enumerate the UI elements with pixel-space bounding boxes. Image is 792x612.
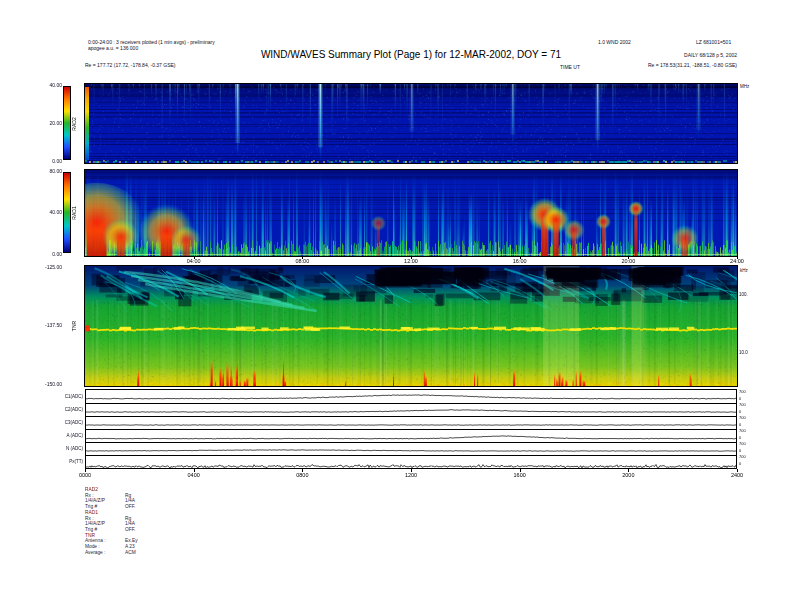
- strip-label: C3(ADC): [38, 420, 83, 425]
- strip-label: N (ADC): [38, 446, 83, 451]
- strip-scale-bottom: 0: [739, 410, 741, 414]
- bottom-axis-tick-label: 2400: [731, 473, 743, 479]
- legend-item-label: Trig #: [85, 527, 125, 532]
- legend-line: Average :ACM: [85, 550, 136, 555]
- strip-trace-canvas: [86, 458, 736, 468]
- legend-item-label: RAD2: [85, 487, 125, 492]
- strip-label: Px(TT): [38, 459, 83, 464]
- strip-row: [86, 390, 736, 403]
- rad2-panel-label: RAD2: [71, 104, 77, 144]
- strip-scale-top: 700: [739, 455, 746, 459]
- strip-row: [86, 442, 736, 455]
- strip-trace-canvas: [86, 392, 736, 403]
- strip-scale-bottom: 0: [739, 423, 741, 427]
- legend-item-label: 1/4/A/Z/P: [85, 521, 125, 526]
- rad1-colorbar-tick: 80.00: [36, 169, 62, 174]
- legend-item-value: Rg: [125, 493, 131, 498]
- rad1-colorbar-tick: 0.00: [36, 252, 62, 257]
- legend-item-label: Antenna :: [85, 538, 125, 543]
- strip-scale-top: 700: [739, 429, 746, 433]
- tnr-colorbar-tick: -125.00: [36, 265, 62, 270]
- legend-item-label: Trig #: [85, 504, 125, 509]
- rad1-spectrogram: [85, 170, 737, 256]
- status-strips-panel: [85, 389, 737, 469]
- legend-item-value: 1/4A: [125, 498, 135, 503]
- strip-scale-bottom: 0: [739, 462, 741, 466]
- mid-axis-tick-label: 04:00: [187, 259, 201, 265]
- bottom-axis-tick-label: 1200: [405, 473, 417, 479]
- rad2-colorbar-tick: 40.00: [36, 83, 62, 88]
- legend-item-value: OFF.: [125, 504, 135, 509]
- strip-label: A (ADC): [38, 433, 83, 438]
- mid-axis-tick-label: 08:00: [295, 259, 309, 265]
- rad2-spectrogram: [85, 84, 737, 163]
- strip-row: [86, 416, 736, 429]
- legend-item-value: Rg: [125, 516, 131, 521]
- legend-line: 1/4/A/Z/P1/4A: [85, 521, 135, 526]
- legend-item-value: Ex,Ey: [125, 538, 138, 543]
- legend-item-label: Average :: [85, 550, 125, 555]
- legend-item-value: A 23: [125, 544, 135, 549]
- page-title: WIND/WAVES Summary Plot (Page 1) for 12-…: [85, 49, 737, 60]
- tnr-unit-label: kHz: [740, 268, 748, 273]
- strip-scale-bottom: 0: [739, 397, 741, 401]
- rad1-colorbar-tick: 40.00: [36, 210, 62, 215]
- bottom-axis-tick-label: 0800: [296, 473, 308, 479]
- legend-item-label: 1/4/A/Z/P: [85, 498, 125, 503]
- legend-line: RAD2: [85, 487, 125, 492]
- sc-position-end: Re = 178.53(31.21, -188.51, -0.80 GSE): [648, 63, 737, 68]
- rad2-unit-label: MHz: [740, 84, 749, 89]
- tnr-panel-label: TNR: [71, 306, 77, 346]
- rad2-colorbar-tick: 20.00: [36, 121, 62, 126]
- legend-item-label: Rx :: [85, 493, 125, 498]
- bottom-axis-tick-label: 0000: [79, 473, 91, 479]
- legend-line: Mode :A 23: [85, 544, 135, 549]
- rad1-panel-label: RAD1: [71, 193, 77, 233]
- tnr-freq-tick: 100.: [739, 292, 748, 297]
- sc-position-start: Re = 177.72 (17.72, -178.84, -0.37 GSE): [85, 63, 175, 68]
- legend-item-label: RAD1: [85, 510, 125, 515]
- legend-line: Rx :Rg: [85, 516, 131, 521]
- mid-axis-tick-label: 20:00: [621, 259, 635, 265]
- lz-record-label: LZ 681001=501: [696, 40, 731, 45]
- receiver-file-label: 1.0 WND 2002: [598, 40, 631, 45]
- mid-axis-tick-label: 24:00: [730, 259, 744, 265]
- legend-item-label: Mode :: [85, 544, 125, 549]
- strip-scale-top: 700: [739, 403, 746, 407]
- legend-item-label: TNR: [85, 533, 125, 538]
- legend-line: Antenna :Ex,Ey: [85, 538, 138, 543]
- strip-trace-canvas: [86, 432, 736, 442]
- wind-waves-summary-page: { "header": { "small_left_1": "0:00-24:0…: [0, 0, 792, 612]
- legend-item-value: ACM: [125, 550, 136, 555]
- legend-item-label: Rx :: [85, 516, 125, 521]
- tnr-spectrogram: [85, 266, 737, 386]
- time-ut-label: TIME UT: [560, 65, 580, 70]
- legend-line: Trig #OFF.: [85, 504, 135, 509]
- tnr-colorbar-tick: -137.50: [36, 323, 62, 328]
- strip-trace-canvas: [86, 419, 736, 429]
- legend-item-value: 1/4A: [125, 521, 135, 526]
- bottom-axis-tick-label: 1600: [514, 473, 526, 479]
- strip-scale-top: 700: [739, 442, 746, 446]
- tnr-freq-tick: 10.0: [739, 350, 748, 355]
- legend-line: 1/4/A/Z/P1/4A: [85, 498, 135, 503]
- rad2-colorbar: [64, 87, 70, 159]
- strip-trace-canvas: [86, 406, 736, 416]
- legend-line: Trig #OFF.: [85, 527, 135, 532]
- strip-row: [86, 403, 736, 416]
- bottom-axis-tick-label: 0400: [188, 473, 200, 479]
- strip-scale-top: 700: [739, 416, 746, 420]
- legend-line: RAD1: [85, 510, 125, 515]
- strip-row: [86, 429, 736, 442]
- strip-label: C1(ADC): [38, 394, 83, 399]
- mid-axis-tick-label: 12:00: [404, 259, 418, 265]
- legend-line: TNR: [85, 533, 125, 538]
- strip-label: C2(ADC): [38, 407, 83, 412]
- strip-trace-canvas: [86, 445, 736, 455]
- rad2-colorbar-tick: 0.00: [36, 159, 62, 164]
- rad1-colorbar: [64, 173, 70, 252]
- bottom-axis-tick-label: 2000: [622, 473, 634, 479]
- strip-scale-bottom: 0: [739, 436, 741, 440]
- mid-axis-tick-label: 16:00: [513, 259, 527, 265]
- tnr-colorbar-tick: -150.00: [36, 382, 62, 387]
